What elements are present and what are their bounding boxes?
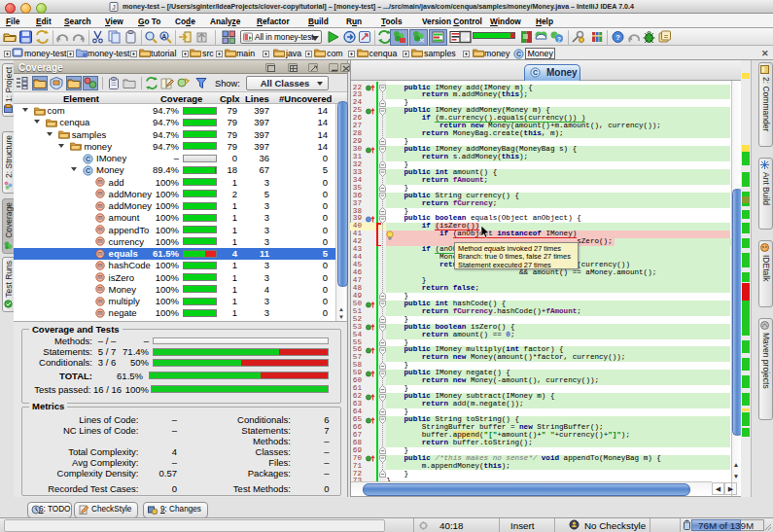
svg-text:J: J xyxy=(112,4,116,11)
svg-text:m: m xyxy=(97,262,102,268)
svg-text:m: m xyxy=(97,202,102,209)
svg-text:?: ? xyxy=(615,33,620,42)
svg-text:m: m xyxy=(97,226,102,232)
svg-text:C: C xyxy=(86,167,90,174)
svg-text:m: m xyxy=(97,214,102,221)
svg-text:m: m xyxy=(97,178,102,185)
svg-text:C: C xyxy=(533,69,538,76)
svg-text:m: m xyxy=(97,191,102,197)
svg-text:A: A xyxy=(161,33,166,40)
svg-text:m: m xyxy=(97,286,102,293)
svg-text:C: C xyxy=(515,51,520,57)
svg-text:?: ? xyxy=(557,36,561,43)
svg-text:m: m xyxy=(97,309,102,316)
svg-text:C: C xyxy=(86,156,90,162)
svg-text:m: m xyxy=(97,250,102,257)
svg-text:m: m xyxy=(97,238,102,245)
svg-text:m: m xyxy=(97,298,102,304)
svg-text:m: m xyxy=(97,273,102,280)
